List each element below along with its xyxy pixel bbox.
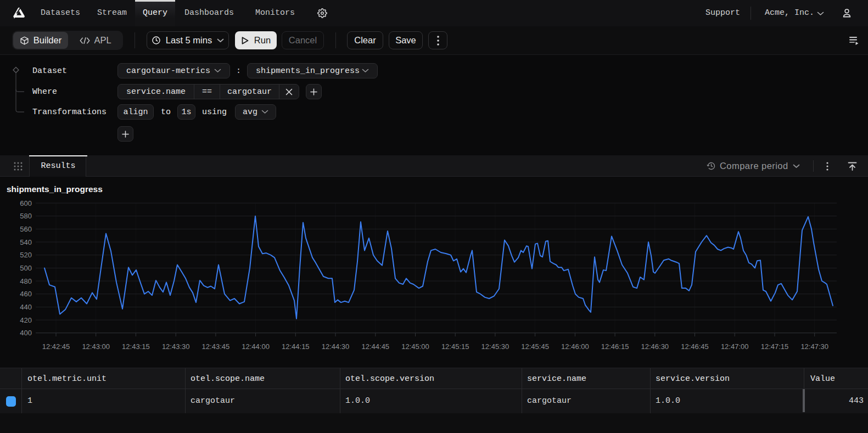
svg-text:12:45:30: 12:45:30	[481, 342, 509, 351]
svg-text:12:43:30: 12:43:30	[162, 342, 190, 351]
svg-text:560: 560	[20, 225, 32, 233]
svg-text:400: 400	[20, 329, 32, 337]
svg-text:480: 480	[20, 277, 32, 285]
svg-text:12:45:45: 12:45:45	[521, 342, 549, 351]
svg-text:12:43:15: 12:43:15	[122, 342, 150, 351]
svg-text:500: 500	[20, 264, 32, 272]
svg-text:420: 420	[20, 316, 32, 324]
svg-text:12:46:15: 12:46:15	[601, 342, 629, 351]
svg-text:12:47:00: 12:47:00	[721, 342, 749, 351]
svg-text:600: 600	[20, 199, 32, 207]
svg-text:12:44:15: 12:44:15	[282, 342, 310, 351]
svg-text:12:43:00: 12:43:00	[82, 342, 110, 351]
svg-text:440: 440	[20, 303, 32, 311]
svg-text:12:47:30: 12:47:30	[800, 342, 828, 351]
svg-text:12:46:30: 12:46:30	[641, 342, 669, 351]
svg-text:12:44:30: 12:44:30	[322, 342, 350, 351]
svg-text:12:47:15: 12:47:15	[761, 342, 789, 351]
svg-text:580: 580	[20, 212, 32, 220]
svg-text:12:45:00: 12:45:00	[401, 342, 429, 351]
svg-text:12:44:00: 12:44:00	[242, 342, 270, 351]
svg-text:460: 460	[20, 290, 32, 298]
svg-text:12:46:00: 12:46:00	[561, 342, 589, 351]
svg-text:12:45:15: 12:45:15	[441, 342, 469, 351]
svg-text:12:42:45: 12:42:45	[42, 342, 70, 351]
svg-text:12:44:45: 12:44:45	[361, 342, 389, 351]
svg-text:540: 540	[20, 238, 32, 246]
svg-text:12:46:45: 12:46:45	[681, 342, 709, 351]
svg-text:520: 520	[20, 251, 32, 259]
svg-text:12:43:45: 12:43:45	[202, 342, 230, 351]
